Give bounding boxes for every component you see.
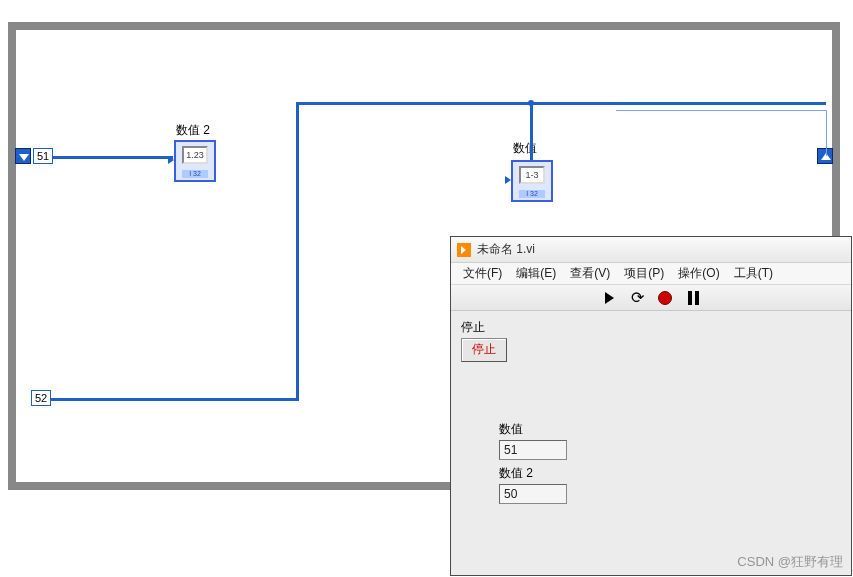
- front-panel-body: 停止 停止 数值 51 数值 2 50: [451, 311, 851, 575]
- menu-file[interactable]: 文件(F): [459, 263, 506, 284]
- indicator-node-2[interactable]: 1.23 I 32: [174, 140, 216, 182]
- watermark-text: CSDN @狂野有理: [737, 553, 843, 571]
- menu-edit[interactable]: 编辑(E): [512, 263, 560, 284]
- labview-vi-icon: [457, 243, 471, 257]
- stop-label: 停止: [461, 319, 841, 336]
- menu-project[interactable]: 项目(P): [620, 263, 668, 284]
- abort-button[interactable]: [656, 289, 674, 307]
- wire: [51, 398, 299, 401]
- tunnel-value-top[interactable]: 51: [33, 148, 53, 164]
- node-label-2: 数值 2: [176, 122, 210, 139]
- toolbar: [451, 285, 851, 311]
- numeric-indicator-2[interactable]: 50: [499, 484, 567, 504]
- tunnel-value-bottom[interactable]: 52: [31, 390, 51, 406]
- wire-thin: [616, 110, 826, 111]
- indicator-node-1[interactable]: 1-3 I 32: [511, 160, 553, 202]
- run-button-icon[interactable]: [600, 289, 618, 307]
- wire: [53, 156, 173, 159]
- menu-view[interactable]: 查看(V): [566, 263, 614, 284]
- numeric-group-1: 数值 51: [499, 421, 567, 460]
- wire-thin: [826, 110, 827, 156]
- menu-operate[interactable]: 操作(O): [674, 263, 723, 284]
- wire: [296, 102, 299, 400]
- wire-junction: [528, 100, 534, 106]
- titlebar[interactable]: 未命名 1.vi: [451, 237, 851, 263]
- stop-button[interactable]: 停止: [461, 338, 507, 362]
- numeric-label-2: 数值 2: [499, 465, 567, 482]
- front-panel-window: 未命名 1.vi 文件(F) 编辑(E) 查看(V) 项目(P) 操作(O) 工…: [450, 236, 852, 576]
- numeric-group-2: 数值 2 50: [499, 465, 567, 504]
- shift-register-right[interactable]: [817, 148, 833, 164]
- run-continuous-icon[interactable]: [628, 289, 646, 307]
- menubar: 文件(F) 编辑(E) 查看(V) 项目(P) 操作(O) 工具(T): [451, 263, 851, 285]
- wire: [296, 102, 826, 105]
- node-label-1: 数值: [513, 140, 537, 157]
- window-title: 未命名 1.vi: [477, 241, 535, 258]
- wire: [530, 102, 533, 160]
- shift-register-left-top[interactable]: [15, 148, 31, 164]
- pause-button-icon[interactable]: [684, 289, 702, 307]
- menu-tools[interactable]: 工具(T): [730, 263, 777, 284]
- numeric-label-1: 数值: [499, 421, 567, 438]
- numeric-indicator-1[interactable]: 51: [499, 440, 567, 460]
